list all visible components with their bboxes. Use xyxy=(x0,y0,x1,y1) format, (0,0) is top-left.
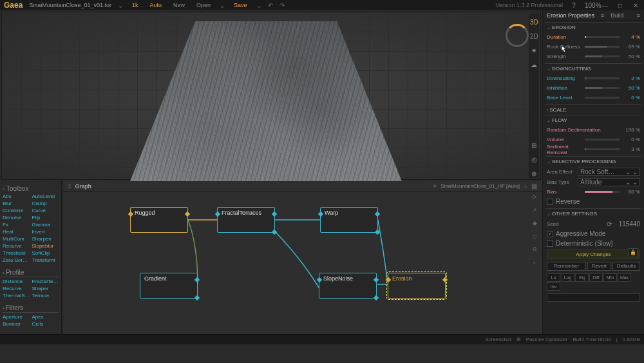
graph-menu-icon[interactable]: ≡ xyxy=(68,182,71,190)
grid-icon[interactable]: ▦ xyxy=(531,182,537,190)
toolbox-item[interactable]: Invert xyxy=(32,229,59,235)
zoom-label[interactable]: 100% xyxy=(585,2,594,9)
view-2d-button[interactable]: 2D xyxy=(530,33,538,41)
section-scale[interactable]: SCALE xyxy=(545,104,641,115)
section-other[interactable]: OTHER SETTINGS xyxy=(545,208,641,219)
resolution-pill[interactable]: 1k xyxy=(129,2,141,8)
list-icon[interactable]: ≡ xyxy=(601,12,604,19)
lock-icon[interactable]: 🔒 xyxy=(629,248,638,257)
node-erosion[interactable]: Erosion xyxy=(388,273,446,299)
section-erosion[interactable]: EROSION xyxy=(545,22,641,32)
mini-button-diff[interactable]: Diff xyxy=(589,273,603,282)
toolbox-item[interactable]: Blur xyxy=(3,201,30,207)
graph-tool-pin[interactable]: ◆ xyxy=(531,220,538,228)
mini-button-eq[interactable]: Eq xyxy=(575,273,589,282)
help-button[interactable]: ? xyxy=(569,2,578,9)
toolbox-item[interactable]: AutoLevel xyxy=(32,193,59,200)
undo-icon[interactable]: ↶ xyxy=(268,2,273,9)
optimizer-label[interactable]: Passive Optimizer xyxy=(526,337,567,342)
toolbox-item[interactable]: Distance xyxy=(3,279,30,285)
mini-button-lo[interactable]: Lo xyxy=(547,273,560,282)
graph-tool-sync[interactable]: ⟳ xyxy=(531,194,538,202)
light-button[interactable]: ✷ xyxy=(530,47,538,55)
mini-button-log[interactable]: Log xyxy=(561,273,574,282)
toolbox-item[interactable]: Clamp xyxy=(32,201,59,207)
param-inhibition[interactable]: Inhibition xyxy=(547,85,582,91)
toolbox-item[interactable]: Fx xyxy=(3,222,30,228)
param-baselevel[interactable]: Base Level xyxy=(547,95,582,101)
toolbox-item[interactable]: Sharpen xyxy=(32,236,59,242)
toolbox-item[interactable]: Terrace xyxy=(32,293,59,299)
seed-value[interactable]: 115440 xyxy=(614,221,640,228)
param-strength[interactable]: Strength xyxy=(547,54,582,59)
toolbox-item[interactable]: SoftClip xyxy=(32,250,59,257)
toolbox-item[interactable]: Gamma xyxy=(32,222,59,228)
graph-crumb[interactable]: SinaiMountainClose_01_HF [Auto] xyxy=(440,183,520,189)
node-rugged[interactable]: Rugged xyxy=(130,207,188,233)
save-button[interactable]: Save xyxy=(231,2,250,8)
node-graph[interactable]: ≡ Graph + SinaiMountainClose_01_HF [Auto… xyxy=(62,181,542,334)
param-duration[interactable]: Duration xyxy=(547,34,582,40)
toolbox-item[interactable]: Denoise xyxy=(3,215,30,221)
defaults-button[interactable]: Defaults xyxy=(612,262,640,271)
toolbox-item[interactable]: Apex xyxy=(32,314,59,320)
param-sedrem[interactable]: Sediment Removal xyxy=(547,144,582,155)
node-warp[interactable]: Warp xyxy=(320,207,378,233)
node-fractalterraces[interactable]: FractalTerraces xyxy=(217,207,275,233)
atmosphere-button[interactable]: ☁ xyxy=(530,61,538,69)
section-downcutting[interactable]: DOWNCUTTING xyxy=(545,63,641,74)
properties-tab[interactable]: Erosion Properties xyxy=(547,12,594,19)
toolbox-item[interactable]: Aperture xyxy=(3,314,30,320)
list-icon[interactable]: ≡ xyxy=(637,12,640,19)
mini-button-max[interactable]: Max xyxy=(618,273,631,282)
new-button[interactable]: New xyxy=(171,2,187,8)
graph-tool-down[interactable]: ⌄ xyxy=(531,259,538,266)
toolbox-item[interactable]: Flip xyxy=(32,215,59,221)
toolbox-item[interactable]: Cells xyxy=(32,321,59,328)
minimize-button[interactable]: — xyxy=(600,2,609,9)
viewport-3d[interactable]: 3D 2D ✷ ☁ ⊞ ◎ ⊕ xyxy=(1,12,541,180)
param-bias[interactable]: Bias xyxy=(547,189,582,195)
toolbox-item[interactable]: Curve xyxy=(32,208,59,214)
graph-tool-sel[interactable]: ◇ xyxy=(531,233,538,240)
add-node-button[interactable]: + xyxy=(433,182,437,190)
checkbox-deterministic[interactable] xyxy=(547,240,553,247)
param-downcutting[interactable]: Downcutting xyxy=(547,75,582,81)
auto-pill[interactable]: Auto xyxy=(147,2,164,8)
view-3d-button[interactable]: 3D xyxy=(530,19,538,26)
toolbox-item[interactable]: Abs xyxy=(3,193,30,200)
maximize-button[interactable]: □ xyxy=(616,2,625,9)
toolbox-item[interactable]: Combine xyxy=(3,208,30,214)
graph-tool-out[interactable]: ↗ xyxy=(531,207,538,215)
toolbox-item[interactable]: Heal xyxy=(3,229,30,235)
slider-empty[interactable] xyxy=(547,293,640,302)
apply-button[interactable]: Apply Changes xyxy=(547,250,640,259)
build-tab[interactable]: Build xyxy=(611,12,623,19)
checkbox-reverse[interactable] xyxy=(547,199,553,205)
graph-tool-copy[interactable]: ⧉ xyxy=(531,246,538,253)
toolbox-item[interactable]: Bomber xyxy=(3,321,30,328)
param-rocksoftness[interactable]: Rock Softness xyxy=(547,44,582,50)
camera-button[interactable]: ◎ xyxy=(530,156,538,164)
toolbox-item[interactable]: Recurve xyxy=(3,243,30,250)
optimizer-icon[interactable]: ⊞ xyxy=(516,337,521,342)
param-randsed[interactable]: Random Sedimentation xyxy=(547,127,620,133)
open-button[interactable]: Open xyxy=(194,2,213,8)
toolbox-item[interactable]: Threshold xyxy=(3,250,30,257)
focus-button[interactable]: ⊕ xyxy=(530,170,538,178)
chevron-down-icon[interactable]: ⌄ xyxy=(220,2,225,9)
filters-section[interactable]: › Filters xyxy=(3,304,59,313)
grid-toggle-button[interactable]: ⊞ xyxy=(530,142,538,150)
mini-button-inv[interactable]: Inv xyxy=(547,282,560,291)
screenshot-button[interactable]: Screenshot xyxy=(485,337,511,342)
dropdown-areaeffect[interactable]: Rock Soft…⌄ ⌄ xyxy=(578,168,640,176)
param-volume[interactable]: Volume xyxy=(547,137,582,142)
section-selproc[interactable]: SELECTIVE PROCESSING xyxy=(545,156,641,166)
node-slopenoise[interactable]: SlopeNoise xyxy=(319,273,377,299)
toolbox-item[interactable]: ThermalS… xyxy=(3,293,30,299)
graph-tab[interactable]: Graph xyxy=(75,183,91,190)
toolbox-item[interactable]: Shaper xyxy=(32,286,59,292)
dropdown-biastype[interactable]: Altitude⌄ ⌄ xyxy=(578,178,640,186)
chevron-down-icon[interactable]: ⌄ xyxy=(256,2,261,9)
toolbox-item[interactable]: Slopeblur xyxy=(32,243,59,250)
